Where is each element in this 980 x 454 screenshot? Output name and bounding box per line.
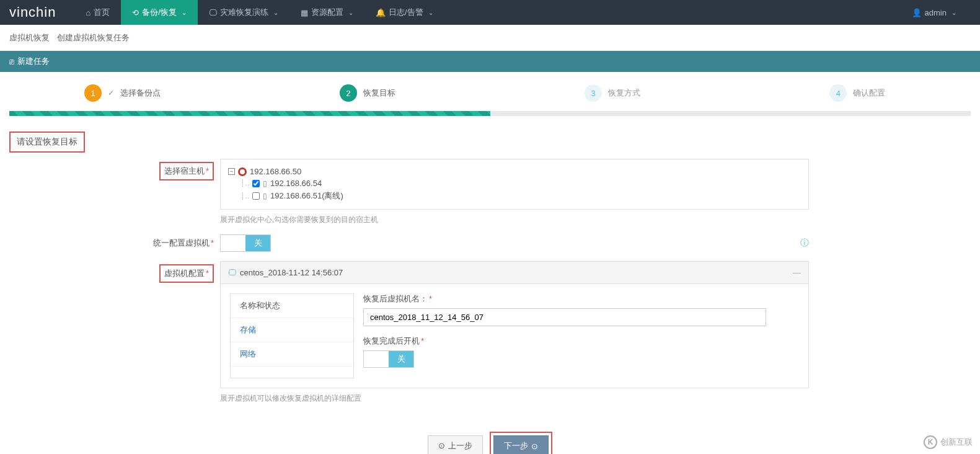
- breadcrumb: 虚拟机恢复 创建虚拟机恢复任务: [0, 25, 980, 51]
- nav-right: 👤 admin ⌄: [901, 8, 980, 17]
- vm-body: 名称和状态 存储 网络 恢复后虚拟机名：*: [221, 284, 808, 388]
- tree-line: ┊‥: [241, 179, 249, 187]
- vm-sidebar: 名称和状态 存储 网络: [230, 293, 354, 378]
- step-2[interactable]: 2 恢复目标: [245, 84, 490, 102]
- vm-name-label: 恢复后虚拟机名：*: [363, 293, 799, 305]
- boot-toggle[interactable]: 关: [363, 350, 414, 368]
- vmconfig-row: 虚拟机配置* 🖵 centos_2018-11-12 14:56:07 — 名称…: [9, 261, 971, 404]
- unified-toggle[interactable]: 关: [220, 234, 271, 252]
- toggle-blank: [221, 235, 245, 251]
- tree-line: ┊‥: [241, 192, 249, 200]
- arrow-right-icon: ⊙: [531, 442, 538, 451]
- vm-tab-network[interactable]: 网络: [231, 342, 353, 367]
- host-checkbox-0[interactable]: [252, 180, 260, 187]
- minus-icon[interactable]: —: [793, 268, 801, 277]
- vm-name-field: 恢复后虚拟机名：*: [363, 293, 799, 326]
- vm-name-input[interactable]: [363, 308, 766, 326]
- host-hint: 展开虚拟化中心,勾选你需要恢复到的目的宿主机: [220, 215, 809, 225]
- footer-buttons: ⊙ 上一步 下一步 ⊙: [0, 413, 980, 454]
- nav-user[interactable]: 👤 admin ⌄: [901, 8, 968, 17]
- nav-home[interactable]: ⌂ 首页: [74, 0, 121, 25]
- vmconfig-content: 🖵 centos_2018-11-12 14:56:07 — 名称和状态 存储 …: [220, 261, 809, 404]
- progress-fill: [9, 111, 490, 116]
- monitor-icon: 🖵: [209, 8, 217, 17]
- tree-root[interactable]: − 192.168.66.50: [228, 166, 801, 177]
- unified-toggle-wrap: 关 ⓘ: [220, 234, 809, 252]
- vmconfig-hint: 展开虚拟机可以修改恢复虚拟机的详细配置: [220, 393, 809, 404]
- nav-backup-label: 备份/恢复: [142, 7, 177, 18]
- nav-log-label: 日志/告警: [389, 7, 423, 18]
- check-icon: ✓: [108, 89, 114, 97]
- nav-user-label: admin: [925, 8, 947, 17]
- refresh-icon: ⟲: [132, 8, 139, 17]
- arrow-left-icon: ⊙: [438, 441, 445, 450]
- toggle-blank: [364, 351, 389, 367]
- step-1[interactable]: 1 ✓ 选择备份点: [0, 84, 245, 102]
- home-icon: ⌂: [86, 8, 90, 17]
- nav-log[interactable]: 🔔 日志/告警 ⌄: [364, 0, 444, 25]
- progress-bar: [9, 111, 971, 116]
- vm-header[interactable]: 🖵 centos_2018-11-12 14:56:07 —: [221, 262, 808, 284]
- step-1-label: 选择备份点: [120, 87, 161, 99]
- grid-icon: ▦: [301, 8, 308, 17]
- caret-down-icon: ⌄: [951, 9, 956, 16]
- nav-drill[interactable]: 🖵 灾难恢复演练 ⌄: [198, 0, 289, 25]
- host-row: 选择宿主机* − 192.168.66.50 ┊‥ ▯ 192.168.66.5…: [9, 159, 971, 225]
- nav-items: ⌂ 首页 ⟲ 备份/恢复 ⌄ 🖵 灾难恢复演练 ⌄ ▦ 资源配置 ⌄ 🔔 日志/…: [74, 0, 900, 25]
- nav-backup[interactable]: ⟲ 备份/恢复 ⌄: [121, 0, 198, 25]
- step-2-num: 2: [340, 84, 357, 102]
- next-button-box: 下一步 ⊙: [490, 432, 552, 454]
- tree-child-0-label: 192.168.66.54: [270, 179, 322, 188]
- unified-label: 统一配置虚拟机*: [153, 238, 214, 249]
- brand-logo: vinchin: [9, 4, 56, 20]
- unified-label-col: 统一配置虚拟机*: [9, 234, 220, 252]
- wizard-steps: 1 ✓ 选择备份点 2 恢复目标 3 恢复方式 4 确认配置: [0, 72, 980, 111]
- tree-child-0[interactable]: ┊‥ ▯ 192.168.66.54: [228, 177, 801, 189]
- collapse-icon[interactable]: −: [228, 168, 235, 175]
- vm-title: 🖵 centos_2018-11-12 14:56:07: [228, 268, 343, 277]
- vm-boot-label: 恢复完成后开机*: [363, 336, 799, 347]
- vm-tab-storage[interactable]: 存储: [231, 318, 353, 342]
- vm-name-text: centos_2018-11-12 14:56:07: [240, 268, 343, 277]
- unified-row: 统一配置虚拟机* 关 ⓘ: [9, 234, 971, 252]
- caret-down-icon: ⌄: [182, 9, 187, 16]
- next-button[interactable]: 下一步 ⊙: [493, 435, 549, 454]
- toggle-off-label: 关: [245, 235, 270, 251]
- watermark-icon: K: [924, 435, 937, 449]
- vm-panel: 🖵 centos_2018-11-12 14:56:07 — 名称和状态 存储 …: [220, 261, 809, 388]
- unified-content: 关 ⓘ: [220, 234, 809, 252]
- form-area: 选择宿主机* − 192.168.66.50 ┊‥ ▯ 192.168.66.5…: [0, 159, 980, 404]
- bell-icon: 🔔: [376, 8, 386, 17]
- step-3[interactable]: 3 恢复方式: [490, 84, 735, 102]
- tree-child-1[interactable]: ┊‥ ▯ 192.168.66.51(离线): [228, 189, 801, 203]
- vmconfig-label-col: 虚拟机配置*: [9, 261, 220, 404]
- prev-button[interactable]: ⊙ 上一步: [428, 435, 483, 455]
- step-1-num: 1: [84, 84, 102, 102]
- vm-tab-name[interactable]: 名称和状态: [231, 294, 353, 318]
- caret-down-icon: ⌄: [273, 9, 278, 16]
- prev-label: 上一步: [448, 440, 472, 452]
- caret-down-icon: ⌄: [428, 9, 433, 16]
- host-label: 选择宿主机*: [159, 162, 214, 180]
- nav-resource[interactable]: ▦ 资源配置 ⌄: [289, 0, 364, 25]
- cube-icon: ⎚: [9, 57, 14, 66]
- watermark: K 创新互联: [924, 435, 973, 449]
- host-checkbox-1[interactable]: [252, 192, 260, 200]
- host-content: − 192.168.66.50 ┊‥ ▯ 192.168.66.54 ┊‥ ▯: [220, 159, 809, 225]
- step-3-num: 3: [585, 84, 602, 102]
- top-nav: vinchin ⌂ 首页 ⟲ 备份/恢复 ⌄ 🖵 灾难恢复演练 ⌄ ▦ 资源配置…: [0, 0, 980, 25]
- info-icon[interactable]: ⓘ: [800, 238, 809, 249]
- tree-root-label: 192.168.66.50: [250, 167, 301, 176]
- nav-drill-label: 灾难恢复演练: [220, 7, 268, 18]
- step-4[interactable]: 4 确认配置: [735, 84, 980, 102]
- step-4-label: 确认配置: [853, 87, 885, 99]
- host-label-col: 选择宿主机*: [9, 159, 220, 225]
- breadcrumb-sub: 创建虚拟机恢复任务: [57, 33, 130, 42]
- section-title: 请设置恢复目标: [9, 131, 85, 153]
- nav-resource-label: 资源配置: [311, 7, 343, 18]
- step-4-num: 4: [829, 84, 847, 102]
- step-2-label: 恢复目标: [363, 87, 395, 99]
- server-icon: ▯: [263, 192, 267, 200]
- watermark-text: 创新互联: [940, 437, 973, 448]
- monitor-icon: 🖵: [228, 268, 236, 277]
